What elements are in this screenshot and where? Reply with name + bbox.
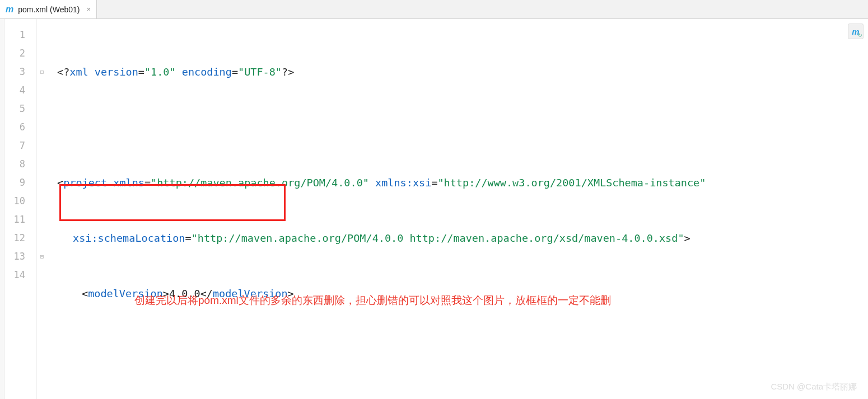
line-number-gutter: 1 2 3 4 5 6 7 8 9 10 11 12 13 14 (4, 19, 37, 399)
line-number[interactable]: 9 (4, 173, 36, 192)
line-number[interactable]: 8 (4, 155, 36, 173)
left-margin (0, 19, 4, 399)
line-number[interactable]: 6 (4, 118, 36, 137)
line-number[interactable]: 14 (4, 266, 36, 284)
annotation-text: 创建完以后将pom.xml文件的多余的东西删除，担心删错的可以对照我这个图片，放… (134, 291, 611, 309)
fold-toggle-icon[interactable]: ⊟ (37, 63, 47, 81)
fold-toggle-icon[interactable]: ⊟ (37, 247, 47, 266)
watermark: CSDN @Cata卡塔丽娜 (771, 382, 857, 392)
code-line: <groupId>org.csmz</groupId> (47, 395, 868, 399)
line-number[interactable]: 2 (4, 44, 36, 63)
code-line: <project xmlns="http://maven.apache.org/… (47, 173, 868, 192)
code-line (47, 340, 868, 358)
line-number[interactable]: 4 (4, 81, 36, 100)
line-number[interactable]: 1 (4, 26, 36, 44)
line-number[interactable]: 10 (4, 192, 36, 210)
close-icon[interactable]: × (84, 5, 91, 13)
code-area[interactable]: <?xml version="1.0" encoding="UTF-8"?> <… (47, 19, 868, 399)
code-line: <?xml version="1.0" encoding="UTF-8"?> (47, 63, 868, 81)
editor: 1 2 3 4 5 6 7 8 9 10 11 12 13 14 ⊟ ⊟ <?x… (0, 19, 868, 399)
line-number[interactable]: 3 (4, 63, 36, 81)
tab-title: pom.xml (Web01) (18, 5, 80, 14)
sync-icon: ↻ (858, 32, 862, 38)
line-number[interactable]: 12 (4, 229, 36, 247)
line-number[interactable]: 13 (4, 247, 36, 266)
line-number[interactable]: 11 (4, 210, 36, 229)
line-number[interactable]: 5 (4, 100, 36, 118)
tab-pom-xml[interactable]: m pom.xml (Web01) × (0, 0, 97, 18)
code-line (47, 118, 868, 137)
maven-reload-badge[interactable]: m ↻ (848, 24, 864, 39)
fold-gutter: ⊟ ⊟ (37, 19, 47, 399)
code-line: xsi:schemaLocation="http://maven.apache.… (47, 229, 868, 247)
tab-bar: m pom.xml (Web01) × (0, 0, 868, 19)
line-number[interactable]: 7 (4, 137, 36, 155)
maven-icon: m (6, 4, 13, 15)
